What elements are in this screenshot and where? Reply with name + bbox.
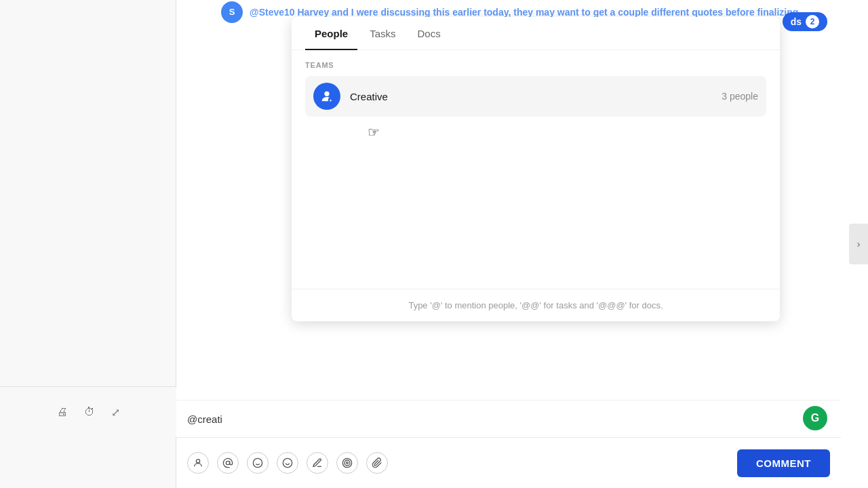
- notification-badge[interactable]: ds 2: [783, 12, 827, 31]
- left-bottom-toolbar: 🖨 ⏱ ⤢: [0, 386, 176, 437]
- at-icon-btn[interactable]: [217, 452, 239, 474]
- print-icon[interactable]: 🖨: [57, 406, 68, 418]
- teams-section-label: TEAMS: [305, 61, 766, 69]
- svg-text:+: +: [330, 98, 332, 103]
- dropdown-body: TEAMS + Creative 3 people: [292, 50, 780, 321]
- toolbar-icons: [187, 452, 734, 474]
- smile-icon-btn[interactable]: [277, 452, 298, 474]
- tab-docs[interactable]: Docs: [408, 17, 450, 50]
- right-arrow-button[interactable]: ›: [849, 224, 868, 264]
- comment-button[interactable]: COMMENT: [737, 449, 830, 477]
- target-icon-btn[interactable]: [336, 452, 358, 474]
- grammarly-icon[interactable]: G: [803, 406, 827, 430]
- history-icon[interactable]: ⏱: [84, 406, 95, 418]
- person-icon-btn[interactable]: [187, 452, 209, 474]
- dropdown-hint: Type '@' to mention people, '@@' for tas…: [292, 289, 780, 321]
- emoji-icon-btn[interactable]: [247, 452, 269, 474]
- bottom-toolbar: COMMENT: [176, 437, 841, 488]
- svg-point-0: [324, 92, 329, 96]
- badge-count: 2: [806, 15, 819, 28]
- team-avatar: +: [313, 83, 340, 110]
- svg-point-5: [253, 458, 262, 467]
- message-content: Harvey and I were discussing this earlie…: [297, 7, 806, 18]
- user-avatar: S: [221, 1, 243, 23]
- input-area: @creati: [176, 400, 841, 437]
- team-name: Creative: [350, 91, 712, 102]
- tab-people[interactable]: People: [305, 17, 357, 50]
- team-count: 3 people: [722, 91, 758, 102]
- svg-point-4: [226, 461, 229, 464]
- svg-point-10: [344, 460, 350, 466]
- expand-icon[interactable]: ⤢: [111, 406, 120, 419]
- svg-point-3: [196, 460, 199, 463]
- mention-tag: @Steve10: [250, 7, 295, 18]
- dropdown-tabs: People Tasks Docs: [292, 17, 780, 50]
- tab-tasks[interactable]: Tasks: [360, 17, 405, 50]
- input-text[interactable]: @creati: [187, 413, 222, 425]
- clip-icon-btn[interactable]: [366, 452, 388, 474]
- svg-point-11: [347, 462, 349, 464]
- mention-dropdown: People Tasks Docs TEAMS + Creative 3 peo…: [292, 17, 780, 321]
- message-text: @Steve10 Harvey and I were discussing th…: [250, 7, 806, 18]
- team-item-creative[interactable]: + Creative 3 people: [305, 76, 766, 117]
- svg-point-8: [283, 458, 292, 467]
- pen-icon-btn[interactable]: [307, 452, 328, 474]
- notification-label: ds: [791, 16, 802, 27]
